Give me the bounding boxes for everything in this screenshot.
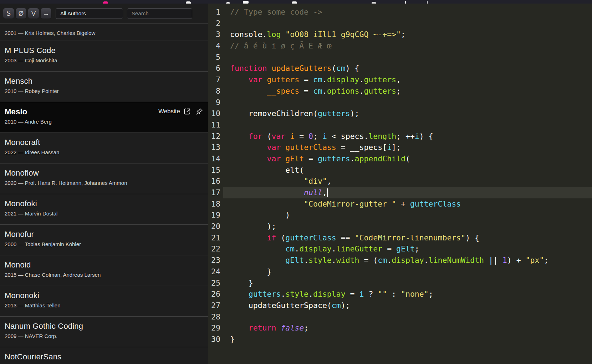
code-line[interactable]: 20 ); [208,221,592,232]
code-line[interactable]: 26 gutters.style.display = i ? "" : "non… [208,288,592,300]
code-line[interactable]: 29 return false; [208,322,592,334]
text-cursor [327,188,328,197]
serif-filter-button[interactable]: S [3,8,14,19]
font-list-item[interactable]: Mononoki2013 — Matthias Tellen [0,286,208,316]
font-list-item[interactable]: Monofur2000 — Tobias Benjamin Köhler [0,224,208,255]
code-line[interactable]: 1// Type some code -> [208,6,592,18]
code-line[interactable]: 9 [208,97,592,108]
line-number: 18 [208,198,223,210]
code-line[interactable]: 23 gElt.style.width = (cm.display.lineNu… [208,255,592,266]
code-line[interactable]: 8 __specs = cm.options.gutters; [208,85,592,97]
arrow-filter-button[interactable]: → [40,8,52,19]
code-line[interactable]: 16 "div", [208,176,592,187]
font-name: Mononoki [5,291,203,300]
code-line[interactable]: 14 var gElt = gutters.appendChild( [208,153,592,165]
font-year-author: 2020 — Prof. Hans R. Heitmann, Johannes … [5,180,203,186]
app-window: S Ø V → All Authors 2001 — Kris Holmes, … [0,0,592,364]
external-link-icon [183,108,191,115]
code-line[interactable]: 15 elt( [208,165,592,176]
code-editor[interactable]: 1// Type some code ->23console.log "oO08… [208,4,592,364]
font-year-author: 2000 — Tobias Benjamin Köhler [5,241,203,248]
code-line[interactable]: 6function updateGutters(cm) { [208,63,592,74]
code-line[interactable]: 5 [208,52,592,63]
font-list-item[interactable]: 2001 — Kris Holmes, Charles Bigelow [0,24,208,41]
font-list-item[interactable]: Meslo2010 — André BergWebsite [0,102,208,132]
font-year-author: 2015 — Chase Colman, Andreas Larsen [5,272,203,278]
code-line[interactable]: 27 updateGutterSpace(cm); [208,300,592,311]
line-number: 24 [208,266,223,277]
code-line[interactable]: 25 } [208,277,592,289]
line-number: 27 [208,300,223,311]
font-name: Monocraft [5,137,203,147]
line-number: 30 [208,334,223,345]
font-name: Monoid [5,260,203,270]
line-number: 22 [208,243,223,255]
line-number: 21 [208,232,223,244]
website-link[interactable]: Website [158,108,191,115]
code-line[interactable]: 17 null, [208,187,592,198]
line-number: 3 [208,29,223,40]
code-line[interactable]: 13 var gutterClass = __specs[i]; [208,142,592,153]
code-content: gutters.style.display = i ? "" : "none"; [223,288,592,300]
authors-filter-select[interactable]: All Authors [56,8,123,19]
code-line[interactable]: 10 removeChildren(gutters); [208,108,592,119]
slashed-zero-filter-button[interactable]: Ø [15,8,27,19]
code-line[interactable]: 18 "CodeMirror-gutter " + gutterClass [208,198,592,210]
font-list-item[interactable]: M PLUS Code2003 — Coji Morishita [0,41,208,71]
code-content: } [223,334,592,345]
line-number: 5 [208,52,223,63]
code-line[interactable]: 24 } [208,266,592,277]
font-year-author: 2021 — Marvin Dostal [5,210,203,217]
code-line[interactable]: 4// â é ù ï ø ç Ã Ē Æ œ [208,40,592,52]
code-content [223,52,592,63]
code-line[interactable]: 22 cm.display.lineGutter = gElt; [208,243,592,255]
pin-icon[interactable] [195,108,203,115]
code-content: __specs = cm.options.gutters; [223,85,592,97]
code-content: "CodeMirror-gutter " + gutterClass [223,198,592,210]
font-list: 2001 — Kris Holmes, Charles BigelowM PLU… [0,24,208,364]
line-number: 16 [208,176,223,187]
font-name: Nanum Gothic Coding [5,321,203,331]
code-content: null, [223,187,592,198]
cutoff-header-strip [0,0,592,4]
font-list-item[interactable]: Mensch2010 — Robey Pointer [0,71,208,102]
font-year-author: 2001 — Kris Holmes, Charles Bigelow [5,30,203,36]
font-list-item[interactable]: Monocraft2022 — Idrees Hassan [0,132,208,163]
font-name: Monofur [5,229,203,239]
line-number: 8 [208,85,223,97]
code-content: // â é ù ï ø ç Ã Ē Æ œ [223,40,592,52]
code-content: var gutterClass = __specs[i]; [223,142,592,153]
header-fragment [427,1,428,4]
code-line[interactable]: 30} [208,334,592,345]
line-number: 29 [208,322,223,334]
code-content: } [223,277,592,289]
code-line[interactable]: 3console.log "oO08 iIlL1 g9qCGQ ~-+=>"; [208,29,592,40]
font-list-item[interactable]: Monoflow2020 — Prof. Hans R. Heitmann, J… [0,163,208,194]
code-line[interactable]: 11 [208,119,592,131]
line-number: 1 [208,6,223,18]
font-list-item[interactable]: Monofoki2021 — Marvin Dostal [0,194,208,224]
code-line[interactable]: 12 for (var i = 0; i < specs.length; ++i… [208,131,592,142]
font-list-item[interactable]: Nanum Gothic Coding2009 — NAVER Corp. [0,316,208,347]
code-line[interactable]: 7 var gutters = cm.display.gutters, [208,74,592,85]
code-line[interactable]: 28 [208,311,592,323]
code-content: console.log "oO08 iIlL1 g9qCGQ ~-+=>"; [223,29,592,40]
code-content: var gElt = gutters.appendChild( [223,153,592,165]
font-name: Monofoki [5,199,203,208]
line-number: 6 [208,63,223,74]
code-content: cm.display.lineGutter = gElt; [223,243,592,255]
font-list-item[interactable]: NotCourierSans2008 — Open Source Publish… [0,347,208,364]
search-input[interactable] [127,8,192,19]
font-list-item[interactable]: Monoid2015 — Chase Colman, Andreas Larse… [0,255,208,286]
line-number: 23 [208,255,223,266]
code-line[interactable]: 21 if (gutterClass == "CodeMirror-linenu… [208,232,592,244]
code-line[interactable]: 2 [208,18,592,29]
line-number: 12 [208,131,223,142]
code-line[interactable]: 19 ) [208,209,592,221]
line-number: 20 [208,221,223,232]
code-content: removeChildren(gutters); [223,108,592,119]
code-content [223,18,592,29]
v-filter-button[interactable]: V [28,8,39,19]
code-content: function updateGutters(cm) { [223,63,592,74]
header-fragment [405,1,406,4]
